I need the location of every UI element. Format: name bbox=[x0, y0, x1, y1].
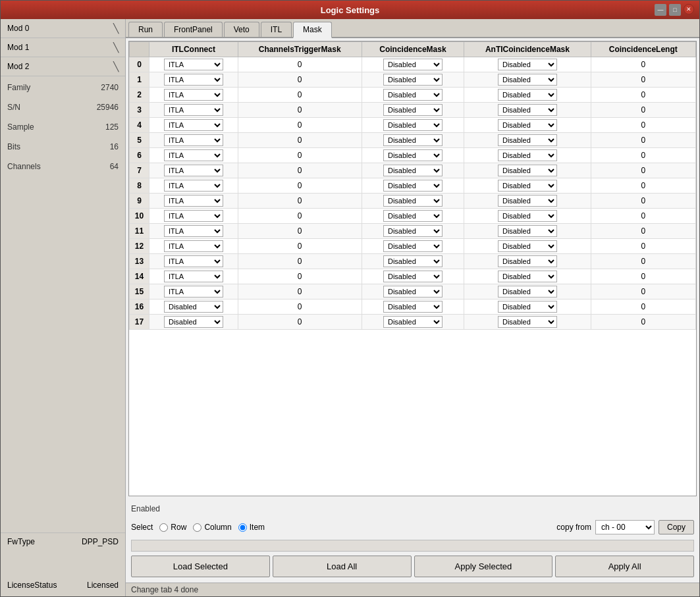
cell-itlconnect[interactable]: ITLAITLBDisabled bbox=[149, 103, 238, 118]
maximize-button[interactable] bbox=[669, 4, 681, 16]
cell-coincidence[interactable]: DisabledEnabled bbox=[362, 284, 464, 299]
radio-item-label[interactable]: Item bbox=[250, 523, 265, 532]
anticoincidence-select[interactable]: DisabledEnabled bbox=[498, 240, 557, 252]
coincidence-select[interactable]: DisabledEnabled bbox=[383, 165, 443, 176]
anticoincidence-select[interactable]: DisabledEnabled bbox=[498, 59, 557, 70]
apply-selected-button[interactable]: Apply Selected bbox=[414, 556, 553, 577]
radio-column-label[interactable]: Column bbox=[204, 523, 231, 532]
cell-itlconnect[interactable]: ITLAITLBDisabled bbox=[149, 269, 238, 284]
anticoincidence-select[interactable]: DisabledEnabled bbox=[498, 195, 557, 207]
anticoincidence-select[interactable]: DisabledEnabled bbox=[498, 89, 557, 101]
cell-anticoincidence[interactable]: DisabledEnabled bbox=[464, 148, 591, 163]
coincidence-select[interactable]: DisabledEnabled bbox=[383, 195, 443, 207]
itlconnect-select[interactable]: ITLAITLBDisabled bbox=[164, 301, 223, 313]
window-controls-right[interactable] bbox=[655, 4, 694, 16]
radio-row-label[interactable]: Row bbox=[171, 523, 186, 532]
cell-itlconnect[interactable]: ITLAITLBDisabled bbox=[149, 299, 238, 315]
sidebar-item-mod1[interactable]: Mod 1 ╲ bbox=[1, 38, 125, 57]
copy-from-select[interactable]: ch - 00 bbox=[595, 520, 655, 534]
radio-item[interactable] bbox=[238, 523, 247, 532]
sidebar-item-mod2[interactable]: Mod 2 ╲ bbox=[1, 57, 125, 76]
anticoincidence-select[interactable]: DisabledEnabled bbox=[498, 180, 557, 192]
coincidence-select[interactable]: DisabledEnabled bbox=[383, 104, 443, 116]
cell-anticoincidence[interactable]: DisabledEnabled bbox=[464, 178, 591, 194]
cell-itlconnect[interactable]: ITLAITLBDisabled bbox=[149, 254, 238, 269]
cell-anticoincidence[interactable]: DisabledEnabled bbox=[464, 239, 591, 254]
itlconnect-select[interactable]: ITLAITLBDisabled bbox=[164, 255, 223, 267]
itlconnect-select[interactable]: ITLAITLBDisabled bbox=[164, 180, 223, 192]
cell-itlconnect[interactable]: ITLAITLBDisabled bbox=[149, 57, 238, 72]
coincidence-select[interactable]: DisabledEnabled bbox=[383, 255, 443, 267]
coincidence-select[interactable]: DisabledEnabled bbox=[383, 59, 443, 70]
cell-anticoincidence[interactable]: DisabledEnabled bbox=[464, 57, 591, 72]
cell-itlconnect[interactable]: ITLAITLBDisabled bbox=[149, 178, 238, 194]
sidebar-item-mod0[interactable]: Mod 0 ╲ bbox=[1, 19, 125, 38]
tab-veto[interactable]: Veto bbox=[224, 22, 259, 37]
itlconnect-select[interactable]: ITLAITLBDisabled bbox=[164, 74, 223, 86]
anticoincidence-select[interactable]: DisabledEnabled bbox=[498, 301, 557, 313]
itlconnect-select[interactable]: ITLAITLBDisabled bbox=[164, 225, 223, 237]
cell-anticoincidence[interactable]: DisabledEnabled bbox=[464, 118, 591, 133]
cell-coincidence[interactable]: DisabledEnabled bbox=[362, 299, 464, 315]
cell-itlconnect[interactable]: ITLAITLBDisabled bbox=[149, 118, 238, 133]
anticoincidence-select[interactable]: DisabledEnabled bbox=[498, 149, 557, 161]
cell-coincidence[interactable]: DisabledEnabled bbox=[362, 133, 464, 148]
cell-anticoincidence[interactable]: DisabledEnabled bbox=[464, 72, 591, 88]
coincidence-select[interactable]: DisabledEnabled bbox=[383, 149, 443, 161]
coincidence-select[interactable]: DisabledEnabled bbox=[383, 316, 443, 328]
data-table-container[interactable]: ITLConnect ChannelsTriggerMask Coinciden… bbox=[128, 41, 697, 496]
tab-run[interactable]: Run bbox=[128, 22, 163, 37]
cell-coincidence[interactable]: DisabledEnabled bbox=[362, 239, 464, 254]
cell-coincidence[interactable]: DisabledEnabled bbox=[362, 163, 464, 178]
coincidence-select[interactable]: DisabledEnabled bbox=[383, 74, 443, 86]
cell-anticoincidence[interactable]: DisabledEnabled bbox=[464, 163, 591, 178]
cell-anticoincidence[interactable]: DisabledEnabled bbox=[464, 194, 591, 209]
anticoincidence-select[interactable]: DisabledEnabled bbox=[498, 286, 557, 298]
cell-coincidence[interactable]: DisabledEnabled bbox=[362, 178, 464, 194]
cell-coincidence[interactable]: DisabledEnabled bbox=[362, 57, 464, 72]
itlconnect-select[interactable]: ITLAITLBDisabled bbox=[164, 286, 223, 298]
coincidence-select[interactable]: DisabledEnabled bbox=[383, 301, 443, 313]
anticoincidence-select[interactable]: DisabledEnabled bbox=[498, 271, 557, 282]
coincidence-select[interactable]: DisabledEnabled bbox=[383, 89, 443, 101]
coincidence-select[interactable]: DisabledEnabled bbox=[383, 225, 443, 237]
copy-button[interactable]: Copy bbox=[659, 520, 694, 534]
cell-coincidence[interactable]: DisabledEnabled bbox=[362, 103, 464, 118]
cell-anticoincidence[interactable]: DisabledEnabled bbox=[464, 133, 591, 148]
cell-anticoincidence[interactable]: DisabledEnabled bbox=[464, 88, 591, 103]
radio-row[interactable] bbox=[159, 523, 168, 532]
cell-itlconnect[interactable]: ITLAITLBDisabled bbox=[149, 315, 238, 330]
anticoincidence-select[interactable]: DisabledEnabled bbox=[498, 225, 557, 237]
tab-itl[interactable]: ITL bbox=[261, 22, 292, 37]
cell-itlconnect[interactable]: ITLAITLBDisabled bbox=[149, 72, 238, 88]
anticoincidence-select[interactable]: DisabledEnabled bbox=[498, 104, 557, 116]
coincidence-select[interactable]: DisabledEnabled bbox=[383, 119, 443, 131]
itlconnect-select[interactable]: ITLAITLBDisabled bbox=[164, 89, 223, 101]
anticoincidence-select[interactable]: DisabledEnabled bbox=[498, 119, 557, 131]
cell-itlconnect[interactable]: ITLAITLBDisabled bbox=[149, 209, 238, 224]
itlconnect-select[interactable]: ITLAITLBDisabled bbox=[164, 316, 223, 328]
anticoincidence-select[interactable]: DisabledEnabled bbox=[498, 210, 557, 222]
itlconnect-select[interactable]: ITLAITLBDisabled bbox=[164, 165, 223, 176]
cell-itlconnect[interactable]: ITLAITLBDisabled bbox=[149, 133, 238, 148]
cell-coincidence[interactable]: DisabledEnabled bbox=[362, 194, 464, 209]
cell-anticoincidence[interactable]: DisabledEnabled bbox=[464, 254, 591, 269]
cell-anticoincidence[interactable]: DisabledEnabled bbox=[464, 269, 591, 284]
cell-coincidence[interactable]: DisabledEnabled bbox=[362, 224, 464, 239]
itlconnect-select[interactable]: ITLAITLBDisabled bbox=[164, 59, 223, 70]
cell-coincidence[interactable]: DisabledEnabled bbox=[362, 118, 464, 133]
coincidence-select[interactable]: DisabledEnabled bbox=[383, 180, 443, 192]
close-button[interactable] bbox=[684, 4, 694, 14]
coincidence-select[interactable]: DisabledEnabled bbox=[383, 240, 443, 252]
cell-itlconnect[interactable]: ITLAITLBDisabled bbox=[149, 194, 238, 209]
cell-coincidence[interactable]: DisabledEnabled bbox=[362, 269, 464, 284]
tab-frontpanel[interactable]: FrontPanel bbox=[164, 22, 223, 37]
coincidence-select[interactable]: DisabledEnabled bbox=[383, 210, 443, 222]
anticoincidence-select[interactable]: DisabledEnabled bbox=[498, 74, 557, 86]
itlconnect-select[interactable]: ITLAITLBDisabled bbox=[164, 134, 223, 146]
cell-itlconnect[interactable]: ITLAITLBDisabled bbox=[149, 239, 238, 254]
cell-anticoincidence[interactable]: DisabledEnabled bbox=[464, 224, 591, 239]
itlconnect-select[interactable]: ITLAITLBDisabled bbox=[164, 104, 223, 116]
coincidence-select[interactable]: DisabledEnabled bbox=[383, 134, 443, 146]
itlconnect-select[interactable]: ITLAITLBDisabled bbox=[164, 240, 223, 252]
